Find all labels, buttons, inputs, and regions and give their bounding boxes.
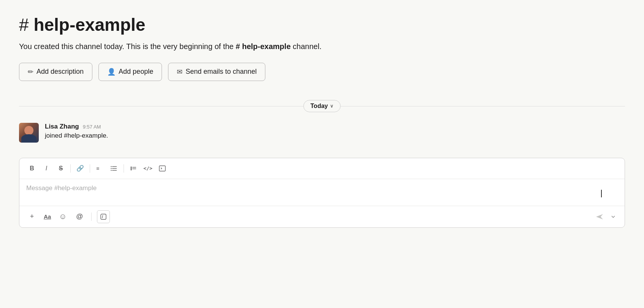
message-author: Lisa Zhang [45, 123, 79, 130]
channel-hash: # [19, 15, 33, 35]
svg-rect-10 [159, 166, 165, 171]
action-buttons-row: ✏ Add description 👤 Add people ✉ Send em… [19, 63, 625, 81]
message-composer: B I S 🔗 ≡ [19, 158, 625, 228]
toolbar-separator-3 [124, 164, 124, 173]
block-quote-button[interactable] [127, 162, 140, 175]
composer-toolbar: B I S 🔗 ≡ [19, 158, 625, 179]
description-channel: # help-example [236, 42, 291, 51]
add-description-label: Add description [36, 68, 84, 76]
svg-point-5 [111, 168, 111, 168]
toolbar-separator-2 [90, 164, 90, 173]
svg-text:≡: ≡ [96, 165, 99, 171]
add-people-label: Add people [119, 68, 153, 76]
slash-command-button[interactable]: / [97, 210, 110, 223]
attach-button[interactable]: + [25, 210, 38, 223]
message-meta: Lisa Zhang 9:57 AM [45, 123, 108, 130]
svg-text:/: / [102, 214, 103, 219]
add-people-button[interactable]: 👤 Add people [98, 63, 162, 81]
channel-description: You created this channel today. This is … [19, 41, 625, 52]
message-content: Lisa Zhang 9:57 AM joined #help-example. [45, 123, 108, 140]
description-suffix: channel. [291, 42, 322, 51]
code-block-button[interactable] [156, 162, 169, 175]
description-prefix: You created this channel today. This is … [19, 42, 236, 51]
link-button[interactable]: 🔗 [74, 162, 87, 175]
mention-button[interactable]: @ [73, 210, 86, 223]
channel-heading: # help-example [19, 15, 145, 35]
strikethrough-button[interactable]: S [54, 162, 67, 175]
text-cursor [601, 190, 602, 197]
unordered-list-button[interactable] [108, 162, 121, 175]
svg-line-12 [161, 168, 162, 169]
svg-point-6 [111, 170, 111, 170]
footer-left-actions: + Aa ☺ @ / [25, 210, 110, 223]
emoji-button[interactable]: ☺ [56, 210, 69, 223]
message-timestamp: 9:57 AM [83, 124, 101, 130]
message-entry: Lisa Zhang 9:57 AM joined #help-example. [19, 123, 625, 143]
svg-point-4 [111, 166, 111, 167]
text-format-button[interactable]: Aa [42, 210, 52, 223]
date-divider: Today ∨ [19, 100, 625, 112]
avatar [19, 123, 39, 143]
add-description-button[interactable]: ✏ Add description [19, 63, 92, 81]
bold-button[interactable]: B [25, 162, 38, 175]
italic-button[interactable]: I [40, 162, 53, 175]
message-text: joined #help-example. [45, 132, 108, 140]
send-dropdown-button[interactable] [608, 210, 619, 224]
send-emails-label: Send emails to channel [186, 68, 257, 76]
channel-name: help-example [33, 15, 145, 35]
composer-footer: + Aa ☺ @ / [19, 206, 625, 227]
chevron-down-icon: ∨ [330, 103, 333, 109]
svg-marker-15 [596, 214, 603, 219]
ordered-list-button[interactable]: ≡ [93, 162, 106, 175]
send-emails-button[interactable]: ✉ Send emails to channel [168, 63, 265, 81]
person-add-icon: 👤 [107, 68, 116, 76]
toolbar-separator-1 [70, 164, 71, 173]
message-input[interactable]: Message #help-example [19, 179, 625, 206]
pencil-icon: ✏ [28, 68, 33, 76]
channel-title: # help-example [19, 15, 625, 35]
send-button[interactable] [593, 210, 606, 224]
footer-separator [91, 213, 92, 221]
email-icon: ✉ [177, 68, 182, 76]
inline-code-button[interactable]: </> [141, 162, 154, 175]
today-label: Today [311, 103, 328, 110]
message-placeholder: Message #help-example [26, 184, 97, 192]
avatar-image [19, 123, 39, 143]
today-pill-button[interactable]: Today ∨ [303, 100, 341, 112]
footer-right-actions [593, 210, 619, 224]
